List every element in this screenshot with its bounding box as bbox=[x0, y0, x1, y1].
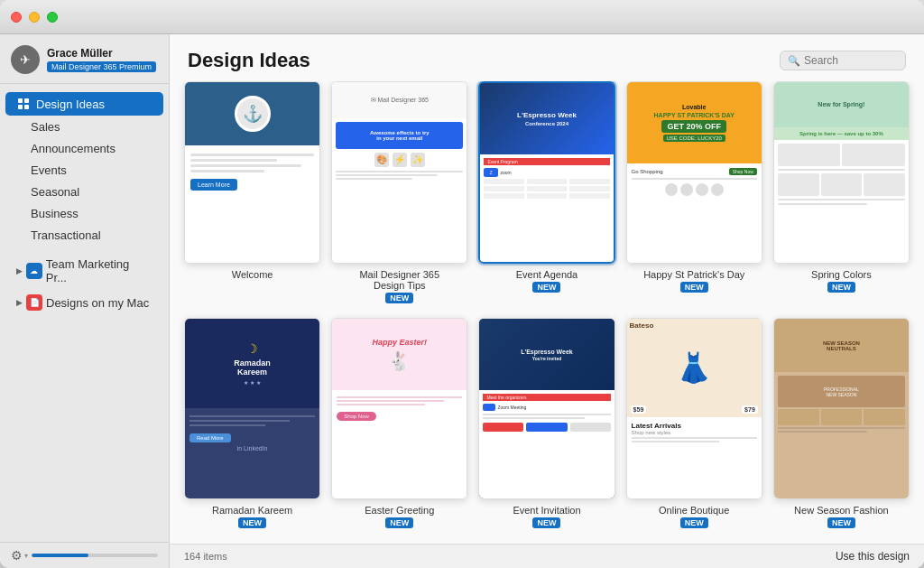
search-input[interactable] bbox=[804, 54, 898, 67]
grid-icon bbox=[16, 97, 31, 111]
sidebar-item-seasonal[interactable]: Seasonal bbox=[5, 182, 163, 202]
main-area: Design Ideas 🔍 ⚓ bbox=[170, 34, 924, 568]
sidebar-item-team-marketing[interactable]: ▶ ☁ Team Marketing Pr... bbox=[5, 253, 163, 289]
sidebar-item-design-ideas[interactable]: Design Ideas bbox=[5, 92, 163, 116]
sidebar-item-events[interactable]: Events bbox=[5, 160, 163, 181]
template-welcome[interactable]: ⚓ Learn More Welcome bbox=[184, 81, 320, 303]
template-md365[interactable]: ✉ Mail Designer 365 Awesome effects to t… bbox=[331, 81, 467, 303]
template-spring-colors[interactable]: New for Spring! Spring is here — save up… bbox=[773, 81, 910, 303]
sidebar-item-business[interactable]: Business bbox=[5, 203, 163, 224]
avatar-icon: ✈ bbox=[20, 52, 31, 67]
main-content: ✈ Grace Müller Mail Designer 365 Premium bbox=[0, 34, 924, 568]
avatar: ✈ bbox=[11, 45, 40, 74]
chevron-down-icon: ▾ bbox=[24, 552, 28, 560]
gear-icon: ⚙ bbox=[11, 548, 23, 563]
storage-progress bbox=[32, 554, 158, 557]
new-badge-st-patricks: NEW bbox=[680, 282, 708, 293]
main-footer: 164 items Use this design bbox=[170, 544, 924, 568]
template-label-welcome: Welcome bbox=[232, 269, 273, 280]
sidebar-footer: ⚙ ▾ bbox=[0, 542, 169, 568]
template-label-md365: Mail Designer 365Design Tips bbox=[359, 269, 439, 291]
template-thumb-welcome: ⚓ Learn More bbox=[184, 81, 320, 264]
sidebar-nav: Design Ideas Sales Announcements Events … bbox=[0, 84, 169, 542]
use-design-button[interactable]: Use this design bbox=[836, 550, 910, 563]
sidebar: ✈ Grace Müller Mail Designer 365 Premium bbox=[0, 34, 170, 568]
template-thumb-st-patricks: Lovable HAPPY ST PATRICK'S DAY GET 20% O… bbox=[626, 81, 762, 264]
maximize-button[interactable] bbox=[47, 12, 58, 23]
template-label-spring-colors: Spring Colors bbox=[811, 269, 872, 280]
team-marketing-label: Team Marketing Pr... bbox=[46, 257, 152, 284]
template-label-online-boutique: Online Boutique bbox=[659, 505, 729, 516]
template-label-easter: Easter Greeting bbox=[365, 505, 434, 516]
template-label-ramadan: Ramadan Kareem bbox=[212, 505, 292, 516]
template-easter[interactable]: Happy Easter! 🐇 Shop Now Easter Greet bbox=[331, 318, 467, 529]
template-thumb-event-invitation: L'Espresso WeekYou're invited Meet the o… bbox=[478, 318, 614, 500]
template-new-season-fashion[interactable]: NEW SEASONNEUTRALS PROFESSIONALNEW SEASO… bbox=[773, 318, 910, 529]
user-info: Grace Müller Mail Designer 365 Premium bbox=[47, 47, 156, 72]
search-box[interactable]: 🔍 bbox=[780, 51, 906, 70]
designs-mac-icon: 📄 bbox=[26, 294, 42, 311]
sidebar-item-designs-on-mac[interactable]: ▶ 📄 Designs on my Mac bbox=[5, 290, 163, 315]
template-thumb-easter: Happy Easter! 🐇 Shop Now bbox=[331, 318, 467, 500]
template-st-patricks[interactable]: Lovable HAPPY ST PATRICK'S DAY GET 20% O… bbox=[626, 81, 762, 303]
new-badge-ramadan: NEW bbox=[238, 517, 266, 528]
svg-rect-2 bbox=[18, 105, 23, 109]
template-ramadan[interactable]: ☽ RamadanKareem ★ ★ ★ Read More in Linke… bbox=[184, 318, 320, 529]
template-label-event-agenda: Event Agenda bbox=[516, 269, 578, 280]
template-label-new-season-fashion: New Season Fashion bbox=[794, 505, 889, 516]
search-icon: 🔍 bbox=[788, 55, 800, 67]
new-badge-md365: NEW bbox=[385, 293, 413, 303]
chevron-right-icon-2: ▶ bbox=[16, 298, 23, 307]
template-thumb-event-agenda: L'Espresso WeekConference 2024 Event Pro… bbox=[478, 81, 614, 264]
template-thumb-online-boutique: Bateso 👗 $59 $79 Latest Arrivals Shop ne… bbox=[626, 318, 762, 500]
user-profile: ✈ Grace Müller Mail Designer 365 Premium bbox=[0, 34, 169, 84]
page-title: Design Ideas bbox=[188, 49, 310, 72]
svg-rect-1 bbox=[24, 98, 29, 103]
designs-mac-label: Designs on my Mac bbox=[46, 296, 149, 310]
sidebar-item-transactional[interactable]: Transactional bbox=[5, 225, 163, 246]
templates-grid: ⚓ Learn More Welcome bbox=[170, 81, 924, 544]
sidebar-item-sales[interactable]: Sales bbox=[5, 116, 163, 137]
sidebar-label-design-ideas: Design Ideas bbox=[36, 98, 105, 111]
sidebar-item-announcements[interactable]: Announcements bbox=[5, 138, 163, 159]
new-badge-easter: NEW bbox=[385, 517, 413, 528]
team-marketing-icon: ☁ bbox=[26, 263, 42, 279]
template-event-agenda[interactable]: L'Espresso WeekConference 2024 Event Pro… bbox=[478, 81, 614, 303]
minimize-button[interactable] bbox=[29, 12, 40, 23]
svg-rect-3 bbox=[24, 105, 29, 109]
template-thumb-md365: ✉ Mail Designer 365 Awesome effects to t… bbox=[331, 81, 467, 264]
template-thumb-ramadan: ☽ RamadanKareem ★ ★ ★ Read More in Linke… bbox=[184, 318, 320, 500]
chevron-right-icon: ▶ bbox=[16, 266, 23, 275]
app-window: ✈ Grace Müller Mail Designer 365 Premium bbox=[0, 0, 924, 568]
item-count: 164 items bbox=[184, 551, 227, 562]
template-thumb-spring-colors: New for Spring! Spring is here — save up… bbox=[773, 81, 910, 264]
svg-rect-0 bbox=[18, 98, 23, 103]
settings-button[interactable]: ⚙ ▾ bbox=[11, 548, 28, 563]
template-thumb-new-season-fashion: NEW SEASONNEUTRALS PROFESSIONALNEW SEASO… bbox=[773, 318, 910, 500]
template-label-event-invitation: Event Invitation bbox=[513, 505, 580, 516]
new-badge-spring-colors: NEW bbox=[827, 282, 855, 293]
new-badge-online-boutique: NEW bbox=[680, 517, 708, 528]
close-button[interactable] bbox=[11, 12, 22, 23]
template-online-boutique[interactable]: Bateso 👗 $59 $79 Latest Arrivals Shop ne… bbox=[626, 318, 762, 529]
user-name: Grace Müller bbox=[47, 47, 156, 60]
new-badge-new-season-fashion: NEW bbox=[827, 517, 855, 528]
new-badge-event-invitation: NEW bbox=[532, 517, 560, 528]
storage-progress-fill bbox=[32, 554, 88, 557]
user-badge: Mail Designer 365 Premium bbox=[47, 61, 156, 72]
template-event-invitation[interactable]: L'Espresso WeekYou're invited Meet the o… bbox=[478, 318, 614, 529]
main-header: Design Ideas 🔍 bbox=[170, 34, 924, 81]
new-badge-event-agenda: NEW bbox=[532, 282, 560, 293]
titlebar bbox=[0, 0, 924, 34]
template-label-st-patricks: Happy St Patrick's Day bbox=[643, 269, 744, 280]
